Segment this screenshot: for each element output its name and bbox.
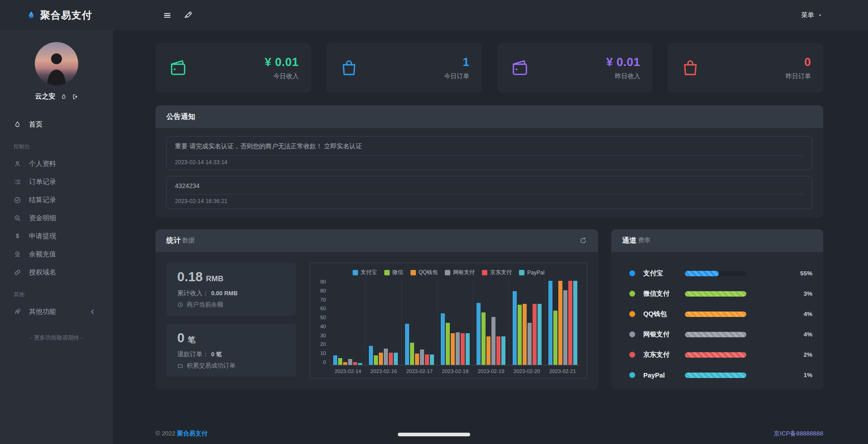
channel-dot [629, 311, 635, 317]
icp-license[interactable]: 京ICP备88888888 [774, 430, 823, 438]
legend-label: 支付宝 [361, 269, 377, 276]
stat-line-value: 0.00 RMB [211, 290, 238, 297]
legend-swatch [482, 270, 487, 275]
chart-bar [501, 336, 505, 365]
chart-bar [389, 353, 393, 365]
chart-bar [558, 281, 562, 365]
sidebar-item-dollar[interactable]: $申请提现 [0, 227, 113, 245]
sidebar-item-user[interactable]: 个人资料 [0, 155, 113, 173]
x-axis-label: 2023-02-19 [473, 368, 509, 374]
main-content: ¥ 0.01今日收入1今日订单¥ 0.01昨日收入0昨日订单 公告通知 重要 请… [113, 30, 868, 444]
channel-row: 支付宝55% [622, 263, 812, 283]
y-tick-label: 90 [320, 279, 326, 284]
channel-row: 网银支付4% [622, 324, 812, 345]
chart-bar [476, 303, 481, 365]
channel-progress-fill [685, 352, 746, 358]
theme-droplet-icon[interactable] [61, 94, 67, 100]
sidebar-item-link[interactable]: 授权域名 [0, 263, 113, 281]
sidebar-item-rocket[interactable]: 其他功能 [0, 302, 113, 321]
dollar-icon: $ [14, 232, 21, 240]
legend-item[interactable]: 微信 [384, 269, 403, 276]
chart-bar [420, 350, 424, 365]
chart-bar [528, 323, 532, 365]
legend-item[interactable]: 网银支付 [445, 269, 475, 276]
legend-label: QQ钱包 [419, 269, 438, 276]
check-circle-icon [14, 196, 21, 204]
channel-name: 支付宝 [643, 269, 685, 278]
notice-item[interactable]: 43242342023-02-14 16:36:21 [166, 176, 812, 209]
statistics-title-strong: 统计 [166, 236, 181, 246]
chart-bar [415, 354, 419, 365]
chart-bar [563, 290, 567, 365]
stat-card-text: ¥ 0.01今日收入 [264, 55, 298, 80]
svg-text:$: $ [16, 233, 19, 239]
channel-percent: 4% [803, 311, 812, 317]
sidebar-item-search-dollar[interactable]: $资金明细 [0, 209, 113, 227]
channel-progress-fill [685, 271, 719, 276]
sidebar-menu: 首页控制台个人资料订单记录结算记录$资金明细$申请提现$余额充值授权域名其他其他… [0, 115, 113, 321]
notice-timestamp: 2023-02-14 14:33:14 [175, 156, 804, 165]
legend-item[interactable]: PayPal [519, 269, 544, 276]
brand-droplet-icon [26, 10, 36, 20]
sidebar-item-list[interactable]: 订单记录 [0, 173, 113, 191]
search-dollar-icon: $ [14, 214, 21, 222]
legend-item[interactable]: 支付宝 [353, 269, 377, 276]
avatar [35, 42, 78, 85]
stat-line: 退款订单：0 笔 [177, 350, 285, 359]
x-axis-label: 2023-02-14 [330, 368, 366, 374]
legend-label: PayPal [527, 269, 544, 276]
sidebar-item-label: 首页 [29, 120, 42, 129]
stat-card-value: 0 [786, 55, 811, 69]
x-axis-label: 2023-02-17 [401, 368, 437, 374]
channel-progress-track [685, 373, 746, 378]
stat-sub-label: 积累交易成功订单 [187, 362, 236, 370]
stat-big-number: 0 [177, 331, 184, 345]
legend-item[interactable]: 京东支付 [482, 269, 512, 276]
refresh-icon[interactable] [579, 236, 587, 245]
channel-row: 京东支付2% [622, 345, 812, 365]
footer-brand-link[interactable]: 聚合易支付 [177, 430, 208, 437]
stat-big-unit: RMB [206, 274, 223, 283]
user-icon [14, 160, 21, 168]
chart-bar-group [473, 279, 509, 365]
svg-text:$: $ [17, 252, 19, 255]
sidebar-item-label: 结算记录 [29, 196, 56, 204]
x-axis-label: 2023-02-20 [509, 368, 545, 374]
x-axis-label: 2023-02-16 [366, 368, 401, 374]
stat-cards-row: ¥ 0.01今日收入1今日订单¥ 0.01昨日收入0昨日订单 [156, 43, 823, 93]
statistics-panel-header: 统计 数据 [156, 229, 598, 252]
channel-percent: 55% [800, 270, 812, 277]
sidebar-item-coin[interactable]: $余额充值 [0, 245, 113, 263]
sidebar: 云之安 首页控制台个人资料订单记录结算记录$资金明细$申请提现$余额充值授权域名… [0, 30, 113, 444]
svg-text:$: $ [16, 216, 18, 219]
channel-percent: 3% [803, 290, 812, 297]
chart-plot: 9080706050403020100 2023-02-142023-02-16… [316, 279, 580, 374]
legend-swatch [410, 270, 416, 275]
channel-percent: 4% [803, 331, 812, 338]
notice-item[interactable]: 重要 请完成实名认证，否则您的商户无法正常收款！ 立即实名认证2023-02-1… [166, 136, 812, 170]
chart-bar [573, 281, 577, 365]
notice-panel-title: 公告通知 [166, 112, 195, 122]
stat-card-text: 0昨日订单 [786, 55, 811, 80]
chart-bar [533, 304, 537, 365]
channel-dot [629, 331, 635, 337]
channel-dot [629, 372, 635, 378]
sidebar-item-drop[interactable]: 首页 [0, 115, 113, 133]
logout-icon[interactable] [72, 94, 78, 100]
chart-bar [446, 323, 450, 365]
chart-bar [333, 355, 337, 365]
chart-bar [374, 355, 378, 365]
brush-icon[interactable] [184, 11, 193, 20]
menu-dropdown[interactable]: 菜单 [801, 11, 868, 19]
copyright: © 2022 聚合易支付 [156, 430, 208, 438]
brand-logo[interactable]: 聚合易支付 [0, 9, 113, 22]
chart-bar [384, 349, 388, 365]
hamburger-icon[interactable] [163, 11, 172, 20]
horizontal-scrollbar[interactable] [398, 433, 470, 436]
folder-icon [177, 363, 184, 369]
channel-progress-track [685, 352, 746, 358]
sidebar-item-label: 授权域名 [29, 268, 56, 277]
legend-item[interactable]: QQ钱包 [410, 269, 438, 276]
brand-title: 聚合易支付 [40, 9, 92, 22]
sidebar-item-check-circle[interactable]: 结算记录 [0, 191, 113, 209]
